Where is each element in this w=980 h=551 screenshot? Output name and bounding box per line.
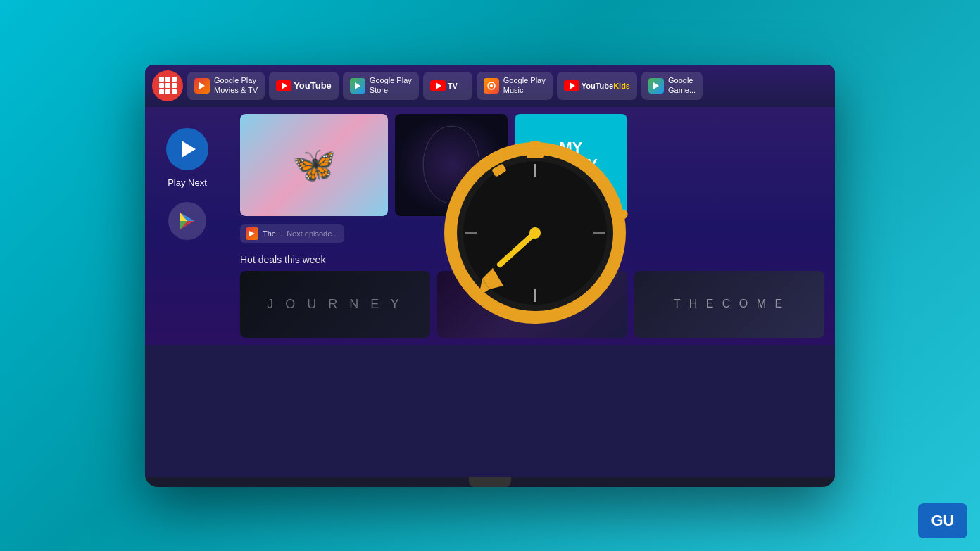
sub-chip: The... Next episode...	[240, 224, 344, 243]
tv-frame: Google PlayMovies & TV YouTube Google Pl…	[145, 65, 835, 487]
grid-icon[interactable]	[152, 70, 183, 101]
deal-card-tumble[interactable]: T U M B L ED R Y	[437, 271, 627, 338]
movie-card-dark[interactable]	[395, 114, 508, 216]
youtube-tv-logo: TV	[430, 80, 458, 91]
watermark: GU	[918, 503, 967, 538]
gplay-games-label: GoogleGame...	[668, 76, 696, 94]
tumble-title: T U M B L ED R Y	[489, 289, 577, 319]
deal-card-come[interactable]: T H E C O M E	[634, 271, 824, 338]
app-chip-gplay-movies[interactable]: Google PlayMovies & TV	[187, 72, 265, 100]
youtube-kids-logo: YouTubeKids	[564, 80, 630, 91]
come-title: T H E C O M E	[674, 298, 785, 310]
top-bar: Google PlayMovies & TV YouTube Google Pl…	[145, 65, 835, 107]
deal-card-journey[interactable]: J O U R N E Y	[240, 271, 430, 338]
gplay-movies-label: Google PlayMovies & TV	[214, 76, 258, 94]
gplay-store-icon	[350, 78, 365, 94]
play-next-button[interactable]: Play Next	[166, 128, 208, 188]
gplay-games-icon	[648, 78, 664, 94]
tv-screen: Google PlayMovies & TV YouTube Google Pl…	[145, 65, 835, 477]
crazy-bg: MYCRAZYONE	[515, 114, 627, 216]
journey-title: J O U R N E Y	[267, 297, 403, 312]
app-chip-youtube-tv[interactable]: TV	[423, 72, 472, 100]
left-sidebar: Play Next	[145, 107, 230, 345]
content-area: 🦋	[230, 107, 835, 345]
svg-marker-4	[653, 82, 659, 89]
app-chip-youtube-kids[interactable]: YouTubeKids	[557, 72, 637, 100]
youtube-logo: YouTube	[276, 80, 332, 91]
sub-info-row: The... Next episode...	[240, 224, 824, 243]
svg-rect-9	[395, 114, 508, 216]
app-chip-gplay-store[interactable]: Google PlayStore	[343, 72, 419, 100]
app-chip-youtube[interactable]: YouTube	[269, 72, 339, 100]
hot-deals-row: J O U R N E Y T U M B L ED R Y T H E C O…	[240, 271, 824, 338]
svg-marker-11	[249, 231, 255, 236]
gplay-music-icon	[484, 78, 499, 94]
sub-chip-sub: Next episode...	[287, 229, 338, 238]
play-circle	[166, 128, 208, 170]
grid-dots	[159, 77, 177, 94]
app-chip-gplay-games[interactable]: GoogleGame...	[641, 72, 703, 100]
svg-point-3	[490, 84, 493, 87]
google-play-button[interactable]	[168, 202, 206, 240]
play-next-label: Play Next	[168, 177, 207, 188]
svg-marker-0	[199, 82, 205, 89]
sub-chip-icon	[246, 227, 258, 240]
watermark-text: GU	[931, 513, 955, 528]
gplay-store-label: Google PlayStore	[370, 76, 412, 94]
svg-marker-1	[355, 82, 360, 89]
crazy-title: MYCRAZYONE	[544, 139, 598, 191]
dark-bg	[395, 114, 508, 216]
movie-card-crazy[interactable]: MYCRAZYONE	[515, 114, 627, 216]
sub-chip-title: The...	[263, 229, 282, 238]
app-chip-gplay-music[interactable]: Google PlayMusic	[477, 72, 553, 100]
hot-deals-label: Hot deals this week	[240, 254, 824, 265]
gplay-movies-icon	[194, 78, 210, 94]
main-content: Play Next	[145, 107, 835, 345]
butterfly-bg: 🦋	[240, 114, 388, 216]
play-icon	[182, 141, 196, 158]
google-play-icon	[177, 210, 198, 232]
tv-stand	[469, 477, 511, 487]
gplay-music-label: Google PlayMusic	[503, 76, 546, 94]
cards-row-1: 🦋	[240, 114, 824, 216]
movie-card-butterfly[interactable]: 🦋	[240, 114, 388, 216]
